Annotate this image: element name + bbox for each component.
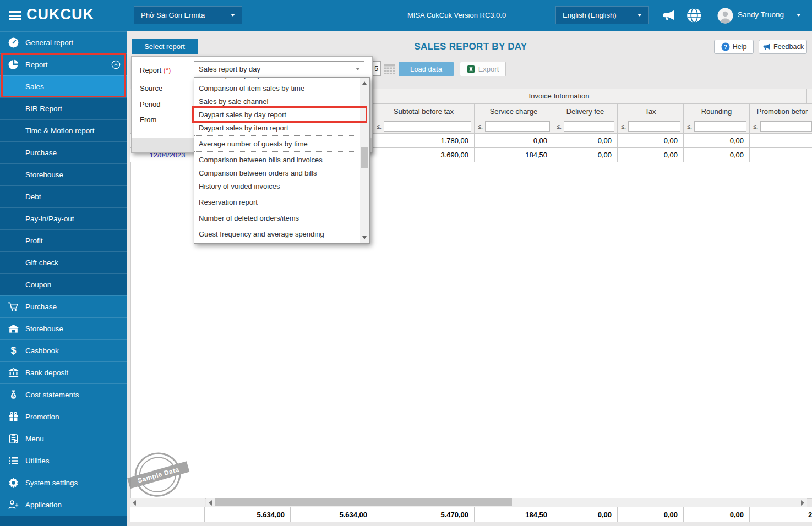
less-equal-operator[interactable]: ≤. [753,123,758,130]
source-field-label: Source [140,84,162,92]
sidebar-item-label: General report [25,39,73,47]
totals-cell: 5.470,00 [373,507,475,522]
scroll-right-icon[interactable] [801,500,804,506]
excel-icon [467,65,475,73]
filter-input[interactable] [760,121,812,132]
less-equal-operator[interactable]: ≤. [478,123,483,130]
less-equal-operator[interactable]: ≤. [687,123,692,130]
scroll-left-icon[interactable] [133,500,136,506]
restaurant-name: Phở Sài Gòn Ermita [141,11,205,19]
table-cell: 0,00 [618,148,684,162]
table-cell [750,148,812,162]
dropdown-option[interactable]: Reservation report [194,196,361,209]
page-title: SALES REPORT BY DAY [363,41,578,52]
dropdown-option[interactable]: Sales by sale channel [194,95,361,108]
dropdown-option[interactable]: Guest frequency and average spending [194,228,361,241]
avatar[interactable] [717,8,733,24]
filter-input[interactable] [485,121,550,132]
sidebar-item-label: Menu [25,435,44,443]
sidebar-item-general-report[interactable]: General report [0,31,127,53]
sidebar-item-sales[interactable]: Sales [0,75,127,97]
filter-input[interactable] [564,121,614,132]
sidebar-item-cost-statements[interactable]: $Cost statements [0,383,127,406]
less-equal-operator[interactable]: ≤. [557,123,562,130]
filter-input[interactable] [628,121,680,132]
dropdown-option-highlighted[interactable]: Daypart sales by day report [194,108,361,122]
totals-cell: 184,50 [475,507,553,522]
sidebar-item-system-settings[interactable]: System settings [0,472,127,494]
sidebar-item-storehouse[interactable]: Storehouse [0,317,127,339]
calendar-icon[interactable] [383,62,396,75]
chevron-down-icon [231,14,235,17]
sidebar-item-menu[interactable]: Menu [0,428,127,450]
dropdown-option[interactable]: Number of deleted orders/items [194,212,361,225]
megaphone-icon[interactable] [661,8,676,23]
dropdown-option[interactable]: Sales report by day [194,77,361,82]
sidebar-item-pay-in-pay-out[interactable]: Pay-in/Pay-out [0,207,127,229]
language-selector[interactable]: English (English) [555,6,649,24]
table-cell: 0,00 [553,134,618,148]
table-cell: 184,50 [475,148,553,162]
sidebar-item-bir-report[interactable]: BIR Report [0,97,127,119]
sidebar-item-purchase[interactable]: Purchase [0,141,127,163]
sidebar-item-label: Time & Motion report [25,127,95,135]
sidebar-item-utilities[interactable]: Utilities [0,450,127,472]
sidebar-item-debt[interactable]: Debt [0,185,127,207]
scroll-left-icon[interactable] [209,500,212,506]
dropdown-option[interactable]: Comparison between orders and bills [194,167,361,180]
gift-icon [8,411,19,423]
sidebar-item-label: BIR Report [25,105,62,113]
scroll-down-icon[interactable] [362,236,367,239]
sidebar-item-promotion[interactable]: Promotion [0,406,127,428]
sidebar-item-coupon[interactable]: Coupon [0,273,127,295]
chevron-down-icon[interactable] [797,14,801,17]
filter-input[interactable] [694,121,746,132]
chevron-up-circle-icon[interactable] [111,60,121,69]
sidebar-item-storehouse[interactable]: Storehouse [0,163,127,185]
scroll-up-icon[interactable] [362,81,367,85]
column-header-rounding: Rounding [684,104,750,119]
sidebar-item-application[interactable]: Application [0,494,127,516]
hamburger-icon[interactable] [9,11,21,20]
less-equal-operator[interactable]: ≤. [377,123,382,130]
sidebar-item-label: Bank deposit [25,369,68,377]
sidebar-item-purchase[interactable]: Purchase [0,295,127,317]
dropdown-option[interactable]: Comparison of item sales by time [194,82,361,95]
sidebar-item-bank-deposit[interactable]: $Bank deposit [0,361,127,383]
sidebar-item-cashbook[interactable]: $Cashbook [0,339,127,361]
sidebar-item-label: Profit [25,237,43,245]
column-header-subtotal-before-tax: Subtotal before tax [373,104,475,119]
sidebar-item-label: Utilities [25,457,50,465]
dropdown-option[interactable]: History of voided invoices [194,180,361,193]
select-report-tab[interactable]: Select report [132,39,198,54]
load-data-button[interactable]: Load data [399,62,454,76]
sidebar-item-gift-check[interactable]: Gift check [0,251,127,273]
dropdown-scrollbar[interactable] [360,78,369,243]
sidebar-item-time-motion-report[interactable]: Time & Motion report [0,119,127,141]
dashboard-icon [8,37,19,48]
less-equal-operator[interactable]: ≤. [621,123,626,130]
version-label: MISA CukCuk Version RC3.0.0 [407,11,506,19]
dropdown-option[interactable]: Daypart sales by item report [194,122,361,135]
hscrollbar-thumb[interactable] [215,498,512,506]
totals-cell [130,507,205,522]
filter-cell: ≤. [618,119,684,134]
globe-icon[interactable] [686,8,702,23]
user-name[interactable]: Sandy Truong [738,10,784,19]
dropdown-option[interactable]: Average number of guests by time [194,138,361,151]
dropdown-option[interactable]: Comparison between bills and invoices [194,154,361,167]
feedback-button[interactable]: Feedback [759,40,807,54]
restaurant-selector[interactable]: Phở Sài Gòn Ermita [134,6,242,24]
from-field-label: From [140,116,156,124]
table-cell: 0,00 [553,148,618,162]
clipboard-icon [8,433,19,445]
help-button[interactable]: ? Help [714,40,754,54]
report-combobox[interactable]: Sales report by day [194,61,364,76]
table-cell: 0,00 [684,148,750,162]
sidebar-item-report[interactable]: Report [0,53,127,75]
scrollbar-thumb[interactable] [361,147,368,168]
sidebar-item-profit[interactable]: Profit [0,229,127,251]
filter-input[interactable] [384,121,471,132]
export-button[interactable]: Export [460,62,506,76]
svg-text:$: $ [12,393,15,398]
